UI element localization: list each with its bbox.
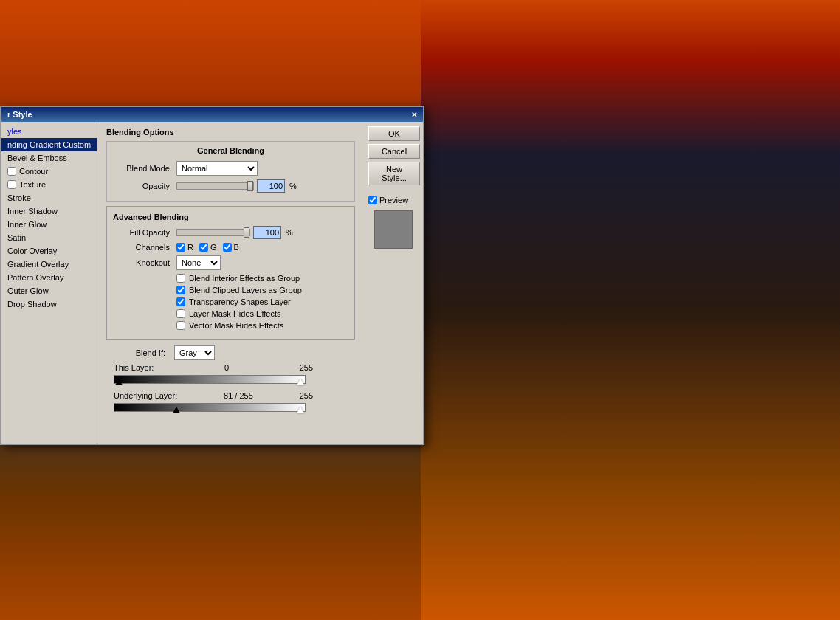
channel-g: G xyxy=(199,243,217,252)
contour-checkbox[interactable] xyxy=(7,167,16,176)
channel-r-label: R xyxy=(187,243,193,252)
underlying-layer-track xyxy=(114,403,306,412)
cancel-button[interactable]: Cancel xyxy=(368,144,420,159)
channel-b-checkbox[interactable] xyxy=(223,243,232,252)
preview-label-row: Preview xyxy=(368,196,419,204)
blend-mode-label: Blend Mode: xyxy=(113,164,172,173)
main-content: Blending Options General Blending Blend … xyxy=(97,122,364,444)
general-blending-section: General Blending Blend Mode: Normal Diss… xyxy=(106,141,355,202)
transparency-shapes-checkbox[interactable] xyxy=(176,297,185,306)
fill-opacity-label: Fill Opacity: xyxy=(113,228,172,237)
underlying-layer-left-handle[interactable] xyxy=(173,407,180,413)
layer-mask-row: Layer Mask Hides Effects xyxy=(176,309,348,318)
opacity-slider-track[interactable] xyxy=(176,182,254,190)
blend-interior-checkbox[interactable] xyxy=(176,274,185,283)
underlying-layer-header: Underlying Layer: 81 / 255 255 xyxy=(114,391,313,400)
advanced-checkboxes: Blend Interior Effects as Group Blend Cl… xyxy=(113,274,348,330)
styles-panel-item[interactable]: yles xyxy=(1,125,97,138)
advanced-blending-section: Advanced Blending Fill Opacity: % Cha xyxy=(106,206,355,340)
drop-shadow-item[interactable]: Drop Shadow xyxy=(1,297,97,311)
channel-g-checkbox[interactable] xyxy=(199,243,208,252)
vector-mask-row: Vector Mask Hides Effects xyxy=(176,321,348,330)
blend-if-label: Blend If: xyxy=(106,348,165,357)
blending-options-item[interactable]: nding Gradient Custom xyxy=(1,138,97,151)
channels-row: Channels: R G B xyxy=(113,243,348,252)
general-blending-header: General Blending xyxy=(113,146,348,155)
underlying-layer-min: 81 / 255 xyxy=(224,391,253,400)
styles-panel: yles nding Gradient Custom Bevel & Embos… xyxy=(1,122,97,444)
knockout-select[interactable]: None Shallow Deep xyxy=(176,255,221,270)
this-layer-right-handle[interactable] xyxy=(297,379,304,385)
this-layer-left-handle[interactable] xyxy=(115,379,123,385)
this-layer-track xyxy=(114,375,306,384)
blend-mode-select[interactable]: Normal Dissolve Multiply Screen Overlay xyxy=(176,161,258,176)
knockout-label: Knockout: xyxy=(113,258,172,267)
dialog-title: r Style xyxy=(7,110,32,119)
opacity-label: Opacity: xyxy=(113,182,172,190)
channels-label: Channels: xyxy=(113,243,172,252)
underlying-layer-slider[interactable] xyxy=(114,402,306,413)
vector-mask-checkbox[interactable] xyxy=(176,321,185,330)
opacity-row: Opacity: % xyxy=(113,179,348,193)
gradient-overlay-item[interactable]: Gradient Overlay xyxy=(1,258,97,271)
bevel-emboss-item[interactable]: Bevel & Emboss xyxy=(1,151,97,165)
texture-item[interactable]: Texture xyxy=(1,178,97,191)
fill-opacity-slider-track[interactable] xyxy=(176,229,250,236)
color-overlay-item[interactable]: Color Overlay xyxy=(1,244,97,258)
inner-glow-item[interactable]: Inner Glow xyxy=(1,218,97,231)
preview-label: Preview xyxy=(379,196,408,204)
blend-mode-row: Blend Mode: Normal Dissolve Multiply Scr… xyxy=(113,161,348,176)
layer-mask-checkbox[interactable] xyxy=(176,309,185,318)
channel-r-checkbox[interactable] xyxy=(176,243,185,252)
opacity-percent: % xyxy=(289,182,297,190)
underlying-layer-right-handle[interactable] xyxy=(297,407,304,413)
fill-opacity-slider-container: % xyxy=(176,226,293,239)
this-layer-min: 0 xyxy=(224,363,229,372)
this-layer-container: This Layer: 0 255 Underlying Layer: xyxy=(106,363,355,413)
blend-clipped-label: Blend Clipped Layers as Group xyxy=(189,286,302,294)
layer-mask-label: Layer Mask Hides Effects xyxy=(189,309,281,318)
transparency-shapes-label: Transparency Shapes Layer xyxy=(189,297,291,306)
this-layer-max: 255 xyxy=(300,363,313,372)
blend-interior-label: Blend Interior Effects as Group xyxy=(189,274,300,283)
fill-opacity-thumb[interactable] xyxy=(244,227,249,238)
fill-opacity-row: Fill Opacity: % xyxy=(113,226,348,239)
underlying-layer-max: 255 xyxy=(300,391,313,400)
texture-checkbox[interactable] xyxy=(7,180,16,189)
opacity-input[interactable] xyxy=(257,179,285,193)
satin-item[interactable]: Satin xyxy=(1,231,97,244)
opacity-slider-thumb[interactable] xyxy=(247,181,253,191)
stroke-item[interactable]: Stroke xyxy=(1,191,97,204)
fill-opacity-percent: % xyxy=(286,228,293,237)
preview-checkbox[interactable] xyxy=(368,196,377,204)
fill-opacity-input[interactable] xyxy=(253,226,281,239)
inner-shadow-item[interactable]: Inner Shadow xyxy=(1,204,97,218)
photo-right xyxy=(421,0,840,620)
ok-button[interactable]: OK xyxy=(368,126,420,141)
vector-mask-label: Vector Mask Hides Effects xyxy=(189,321,283,330)
channel-g-label: G xyxy=(210,243,217,252)
blend-if-section: Blend If: Gray Red Green Blue This Layer… xyxy=(106,345,355,413)
blending-options-title: Blending Options xyxy=(106,128,355,137)
underlying-layer-label: Underlying Layer: xyxy=(114,391,177,400)
this-layer-slider[interactable] xyxy=(114,373,306,385)
blend-if-select[interactable]: Gray Red Green Blue xyxy=(174,345,215,360)
preview-container: Preview xyxy=(368,193,419,255)
contour-item[interactable]: Contour xyxy=(1,165,97,178)
close-icon[interactable]: ✕ xyxy=(411,111,417,119)
channel-b: B xyxy=(223,243,239,252)
layer-style-dialog: r Style ✕ yles nding Gradient Custom Bev… xyxy=(0,106,424,445)
knockout-row: Knockout: None Shallow Deep xyxy=(113,255,348,270)
channel-b-label: B xyxy=(234,243,239,252)
channel-r: R xyxy=(176,243,193,252)
blend-clipped-row: Blend Clipped Layers as Group xyxy=(176,286,348,294)
preview-box xyxy=(374,210,413,249)
dialog-titlebar: r Style ✕ xyxy=(1,107,423,122)
blend-if-row: Blend If: Gray Red Green Blue xyxy=(106,345,355,360)
pattern-overlay-item[interactable]: Pattern Overlay xyxy=(1,271,97,284)
channels-checkboxes: R G B xyxy=(176,243,239,252)
new-style-button[interactable]: New Style... xyxy=(368,162,420,185)
blend-interior-row: Blend Interior Effects as Group xyxy=(176,274,348,283)
blend-clipped-checkbox[interactable] xyxy=(176,286,185,294)
outer-glow-item[interactable]: Outer Glow xyxy=(1,284,97,297)
